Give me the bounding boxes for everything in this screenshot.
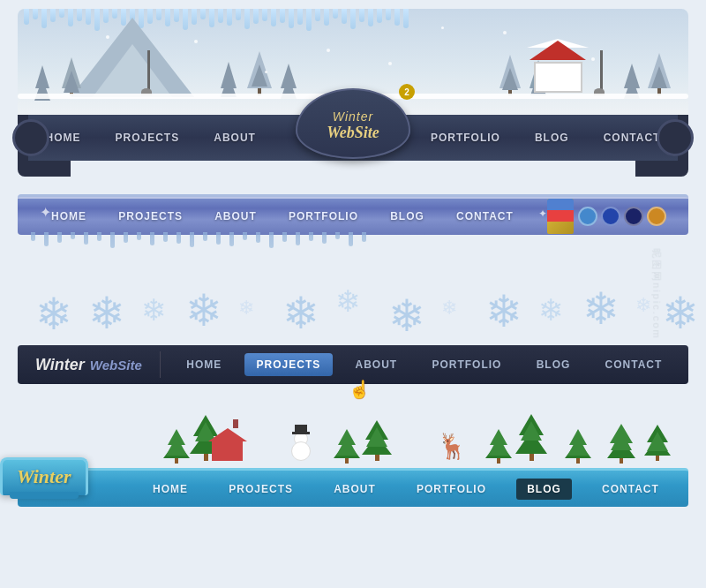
- icicle: [59, 9, 64, 18]
- icicle: [243, 232, 247, 240]
- icicle: [33, 9, 38, 19]
- tree-top: [490, 429, 507, 445]
- icicle: [176, 232, 181, 244]
- nav1-bar: Winter WebSite 2 HOME PROJECTS ABOUT POR…: [18, 115, 688, 161]
- icicle: [342, 9, 347, 24]
- nav2-bar: ✦ ✦ HOME PROJECTS ABOUT PORTFOLIO BLOG C…: [18, 194, 688, 235]
- icicle: [200, 9, 206, 19]
- icicle: [137, 232, 141, 240]
- tree-top: [569, 429, 587, 445]
- nav4-item-blog[interactable]: BLOG: [516, 479, 572, 500]
- nav2-color-dots: [578, 207, 666, 226]
- nav2-item-about[interactable]: ABOUT: [204, 207, 267, 226]
- nav1-logo: Winter WebSite 2: [296, 88, 410, 159]
- snowflake-icon: ❄: [662, 288, 699, 339]
- watermark: 昵图网nipic.com: [650, 248, 663, 339]
- icicle: [262, 9, 267, 21]
- lamp-post: [598, 50, 605, 95]
- icicle: [403, 9, 409, 28]
- xmas-tree: [565, 429, 591, 464]
- nav4-item-about[interactable]: ABOUT: [323, 479, 387, 500]
- nav4-snowman: [291, 425, 311, 461]
- nav2-item-blog[interactable]: BLOG: [379, 207, 435, 226]
- snowdot: [327, 49, 330, 52]
- nav1-item-about[interactable]: ABOUT: [205, 128, 265, 147]
- nav3-item-home[interactable]: HOME: [174, 353, 234, 376]
- icicle: [349, 232, 353, 246]
- tree: [247, 51, 272, 95]
- nav2-item-portfolio[interactable]: PORTFOLIO: [278, 207, 369, 226]
- icicle: [229, 232, 234, 246]
- nav3-items: HOME PROJECTS ABOUT PORTFOLIO BLOG CONTA…: [161, 353, 688, 376]
- icicle: [324, 9, 329, 26]
- icicle: [97, 232, 101, 241]
- icicle: [216, 232, 221, 245]
- nav3-logo-area: Winter WebSite: [18, 356, 160, 374]
- nav1-item-contact[interactable]: CONTACT: [595, 128, 670, 147]
- nav1-item-blog[interactable]: BLOG: [526, 128, 578, 147]
- nav2-color-stripe: [547, 199, 574, 234]
- nav4-item-portfolio[interactable]: PORTFOLIO: [406, 479, 497, 500]
- snowflake-icon: ❄: [388, 290, 425, 342]
- nav2-item-projects[interactable]: PROJECTS: [108, 207, 193, 226]
- cursor-icon: ☝: [349, 379, 371, 400]
- nav4-roof: [208, 428, 247, 441]
- tree: [35, 65, 49, 95]
- snowdot: [194, 40, 198, 43]
- snowflake-icon: ❄: [335, 283, 360, 319]
- tree-trunk: [175, 458, 178, 464]
- nav1-item-projects[interactable]: PROJECTS: [107, 128, 189, 147]
- nav3-item-contact[interactable]: CONTACT: [593, 353, 675, 376]
- icicle: [315, 9, 320, 21]
- tree: [499, 55, 521, 95]
- snowflake-icon: ❄: [582, 283, 620, 335]
- xmas-tree: [334, 429, 360, 464]
- nav1-item-portfolio[interactable]: PORTFOLIO: [422, 128, 509, 147]
- nav3-item-about[interactable]: ABOUT: [343, 353, 410, 376]
- nav4-scene: 🦌: [18, 411, 688, 468]
- nav3-item-projects[interactable]: PROJECTS: [244, 353, 334, 376]
- nav2-dot-blue: [578, 207, 597, 226]
- navbar-1: Winter WebSite 2 HOME PROJECTS ABOUT POR…: [18, 9, 688, 177]
- snowflake-icon: ❄: [238, 297, 254, 320]
- tree-trunk: [576, 458, 580, 464]
- nav2-items: HOME PROJECTS ABOUT PORTFOLIO BLOG CONTA…: [18, 207, 547, 226]
- xmas-tree: [485, 429, 512, 464]
- nav2-item-contact[interactable]: CONTACT: [446, 207, 524, 226]
- icicle: [256, 232, 260, 243]
- nav3-item-portfolio[interactable]: PORTFOLIO: [419, 353, 514, 376]
- house-roof: [530, 41, 586, 60]
- icicle: [236, 9, 241, 20]
- nav4-item-projects[interactable]: PROJECTS: [218, 479, 304, 500]
- icicle: [253, 9, 259, 24]
- icicle: [44, 232, 49, 246]
- sparkle-icon: ✦: [40, 204, 51, 221]
- icicle: [31, 232, 35, 241]
- nav4-item-contact[interactable]: CONTACT: [591, 479, 670, 500]
- icicle: [335, 232, 340, 239]
- nav2-dot-orange: [647, 207, 666, 226]
- nav1-flap-left: [18, 161, 71, 177]
- icicle: [71, 232, 75, 239]
- tree: [221, 62, 237, 95]
- nav3-bar: Winter WebSite HOME PROJECTS ABOUT PORTF…: [18, 345, 688, 384]
- snowflake-icon: ❄: [538, 292, 563, 328]
- tree-trunk: [345, 458, 349, 464]
- snowman-hat: [295, 425, 307, 432]
- nav3-item-blog[interactable]: BLOG: [524, 353, 583, 376]
- xmas-tree: [644, 425, 671, 461]
- icicle: [362, 232, 366, 242]
- navbar-4: 🦌 Winter: [18, 411, 688, 507]
- nav1-badge: 2: [399, 84, 415, 100]
- house-body: [534, 62, 582, 93]
- snowflake-icon: ❄: [185, 285, 222, 336]
- icicle: [209, 9, 214, 27]
- nav1-item-home[interactable]: HOME: [37, 128, 90, 147]
- nav4-logo-area: Winter: [0, 457, 88, 495]
- snowflake-icon: ❄: [282, 288, 319, 339]
- nav4-item-home[interactable]: HOME: [142, 479, 199, 500]
- nav1-bottom-flaps: [18, 161, 688, 177]
- nav4-bar: Winter HOME PROJECTS ABOUT PORTFOLIO BLO…: [18, 468, 688, 507]
- icicle: [190, 232, 194, 247]
- tree-top: [338, 429, 356, 445]
